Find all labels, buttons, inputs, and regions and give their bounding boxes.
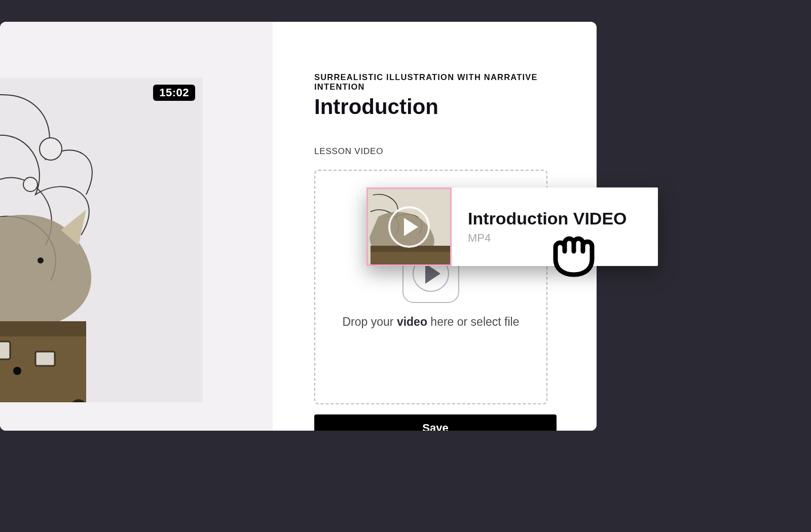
dropzone-instruction: Drop your video here or select file (343, 314, 520, 330)
svg-point-9 (13, 367, 21, 375)
save-button[interactable]: Save (314, 414, 557, 431)
course-name-label: SURREALISTIC ILLUSTRATION WITH NARRATIVE… (314, 72, 557, 92)
lesson-title: Introduction (314, 95, 557, 119)
video-preview-thumbnail[interactable]: 15:02 (0, 78, 203, 402)
play-overlay-icon (368, 189, 450, 264)
dragged-file-card[interactable]: Introduction VIDEO MP4 (366, 187, 658, 266)
dragged-file-info: Introduction VIDEO MP4 (452, 209, 627, 245)
svg-point-1 (40, 138, 62, 160)
section-label: LESSON VIDEO (314, 146, 557, 157)
dragged-file-thumbnail (366, 187, 452, 266)
svg-point-2 (23, 177, 38, 192)
svg-point-3 (38, 257, 44, 263)
svg-rect-5 (0, 321, 86, 336)
dragged-file-format: MP4 (468, 232, 627, 245)
svg-rect-7 (35, 352, 55, 366)
dragged-file-title: Introduction VIDEO (468, 209, 627, 229)
video-duration-badge: 15:02 (153, 85, 195, 101)
illustration-image (0, 78, 203, 402)
svg-rect-6 (0, 341, 10, 359)
preview-pane: 15:02 (0, 22, 273, 431)
